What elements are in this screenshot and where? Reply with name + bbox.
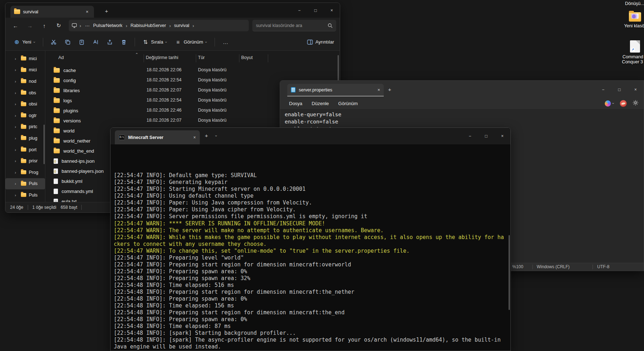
sidebar-tree-item[interactable]: › mici (5, 64, 45, 76)
console-line: [22:54:48 INFO]: Time elapsed: 156 ms (114, 302, 510, 309)
tab-close-icon[interactable]: × (84, 9, 90, 14)
view-button[interactable]: ≡ Görünüm › (172, 36, 210, 48)
sidebar-tree-item[interactable]: › obsi (5, 98, 45, 110)
desktop-icon-new-folder[interactable]: Yeni klasör (621, 12, 644, 28)
file-date: 18.02.2026 22:06 (147, 67, 181, 72)
terminal-output[interactable]: [22:54:47 INFO]: Default game type: SURV… (111, 144, 510, 351)
column-header-date[interactable]: Değiştirme tarihi (146, 55, 178, 60)
up-button[interactable]: ↑ (38, 20, 51, 31)
cut-button[interactable] (48, 36, 60, 48)
notepad-tab[interactable]: server.properties × (287, 84, 384, 96)
column-header-size[interactable]: Boyut (241, 55, 253, 60)
folder-icon (21, 170, 26, 174)
maximize-button[interactable]: □ (611, 81, 627, 98)
file-icon (54, 158, 58, 164)
console-line: [22:54:47 INFO]: Preparing start region … (114, 261, 510, 268)
close-button[interactable]: × (627, 81, 644, 98)
chevron-right-icon: › (78, 23, 83, 28)
tab-close-icon[interactable]: × (193, 135, 196, 140)
explorer-search-box[interactable] (252, 20, 336, 31)
rename-button[interactable] (90, 36, 102, 48)
notepad-title-bar: server.properties × + − □ × (280, 81, 644, 98)
file-icon (54, 189, 58, 194)
folder-icon (21, 136, 26, 140)
sidebar-tree-item[interactable]: › mici (5, 53, 45, 64)
explorer-tab-survival[interactable]: survival × (10, 6, 94, 18)
maximize-button[interactable]: □ (478, 128, 494, 144)
desktop-icon-label-partial[interactable]: Dönüşü... (624, 1, 644, 6)
close-button[interactable]: × (324, 3, 340, 18)
sidebar-tree-item[interactable]: › pirtc (5, 121, 45, 133)
details-pane-button[interactable]: Ayrıntılar (307, 39, 334, 45)
sidebar-tree-item[interactable]: › obs (5, 87, 45, 99)
console-line: [22:54:48 INFO]: Done preparing level "w… (114, 350, 510, 351)
refresh-button[interactable]: ↻ (52, 20, 65, 31)
column-divider[interactable] (268, 54, 268, 62)
desktop-icon-command-conquer[interactable]: ↗ Command & Conquer 3 ... (621, 40, 644, 64)
new-tab-button[interactable]: + (102, 6, 111, 16)
back-button[interactable]: ← (9, 20, 22, 31)
sidebar-tree-item[interactable]: › prisr (5, 155, 45, 167)
console-line: [22:54:48 INFO]: [spark] The async-profi… (114, 337, 510, 343)
column-header-type[interactable]: Tür (198, 55, 205, 60)
close-button[interactable]: × (494, 128, 510, 144)
paste-button[interactable] (76, 36, 88, 48)
terminal-tab[interactable]: C:\ Minecraft Server × (115, 130, 200, 144)
search-input[interactable] (256, 23, 328, 28)
breadcrumb-item[interactable]: PulsarNetwork (92, 22, 124, 29)
new-button[interactable]: ⊕ Yeni › (10, 36, 39, 48)
breadcrumb-item[interactable]: survival (172, 22, 190, 29)
column-divider[interactable] (196, 54, 196, 62)
sidebar-tree-item[interactable]: › nod (5, 76, 45, 87)
settings-button[interactable] (632, 100, 639, 107)
sidebar-tree-item[interactable]: › ogtr (5, 110, 45, 121)
more-options-button[interactable]: … (219, 36, 232, 48)
terminal-scrollbar[interactable] (509, 235, 510, 310)
notepad-icon (291, 87, 296, 93)
menu-edit[interactable]: Düzenle (308, 99, 333, 108)
minimize-button[interactable]: − (462, 128, 478, 144)
sidebar-tree-item[interactable]: › Puls (5, 178, 45, 190)
account-avatar[interactable] (620, 100, 627, 107)
chevron-right-icon: › (15, 193, 18, 197)
menu-file[interactable]: Dosya (285, 99, 306, 108)
file-row[interactable]: cache 18.02.2026 22:06 Dosya klasörü (45, 65, 340, 75)
file-list-scrollbar[interactable] (338, 55, 339, 81)
sort-button[interactable]: ⇅ Sırala › (139, 36, 171, 48)
sidebar-tree-item[interactable]: › port (5, 144, 45, 156)
share-button[interactable] (104, 36, 116, 48)
sidebar-tree-item[interactable]: › plug (5, 132, 45, 144)
folder-icon (21, 113, 26, 117)
chevron-right-icon: › (15, 170, 18, 175)
copy-button[interactable] (62, 36, 74, 48)
sidebar-tree-item[interactable]: › Prog (5, 167, 45, 178)
encoding[interactable]: UTF-8 (597, 264, 609, 269)
sort-ascending-icon: › (135, 53, 139, 54)
file-type: Dosya klasörü (198, 77, 226, 82)
column-divider[interactable] (239, 54, 239, 62)
zoom-level[interactable]: %100 (512, 264, 523, 269)
breadcrumb-overflow[interactable]: ⋯ (84, 23, 91, 28)
chevron-right-icon: › (15, 113, 18, 118)
new-tab-button[interactable]: + (205, 132, 208, 139)
copilot-button[interactable]: › (605, 100, 614, 107)
tab-dropdown-icon[interactable]: › (214, 135, 218, 136)
breadcrumb-item[interactable]: RabisuHubServer (129, 22, 167, 29)
editor-line: enable-query=false (285, 111, 644, 118)
minimize-button[interactable]: − (595, 81, 611, 98)
forward-button[interactable]: → (23, 20, 36, 31)
new-tab-button[interactable]: + (388, 86, 391, 93)
minimize-button[interactable]: − (291, 3, 307, 18)
file-name: cache (63, 68, 76, 73)
menu-view[interactable]: Görünüm (334, 99, 362, 108)
tab-close-icon[interactable]: × (377, 87, 380, 93)
column-header-name[interactable]: Ad (58, 55, 64, 60)
delete-button[interactable] (118, 36, 130, 48)
sidebar-tree-item[interactable]: › Puls (5, 189, 45, 201)
maximize-button[interactable]: □ (307, 3, 324, 18)
folder-icon (54, 118, 60, 123)
column-divider[interactable] (144, 54, 144, 62)
line-ending[interactable]: Windows (CRLF) (537, 264, 569, 269)
breadcrumb[interactable]: › ⋯ PulsarNetwork › RabisuHubServer › su… (69, 20, 249, 31)
sidebar-scrollbar[interactable] (44, 125, 45, 164)
